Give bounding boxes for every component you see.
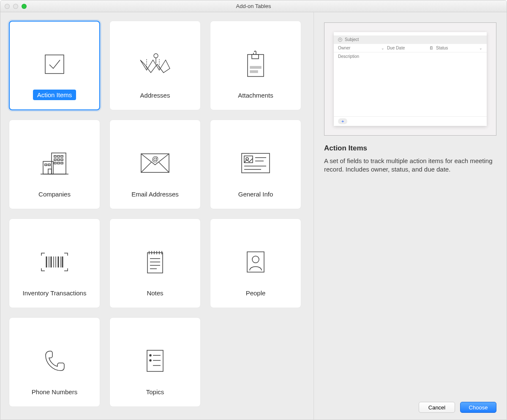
notepad-icon (110, 236, 200, 288)
checkmark-box-icon (10, 38, 99, 90)
dialog-window: Add-on Tables Action Items (0, 0, 507, 420)
map-pin-icon (110, 38, 200, 90)
chevron-down-icon: ⌄ (381, 46, 384, 50)
window-controls (0, 4, 27, 9)
preview-footer: + (334, 116, 487, 126)
template-card-label: People (242, 288, 270, 298)
preview-fields-row: Owner⌄ Due Date🗓 Status⌄ (334, 44, 487, 52)
preview-status-cell: Status⌄ (436, 46, 482, 50)
svg-rect-38 (147, 253, 163, 273)
svg-point-50 (252, 256, 259, 263)
choose-button[interactable]: Choose (460, 402, 496, 413)
preview-subject-label: Subject (345, 37, 359, 42)
add-row-button: + (338, 118, 347, 124)
chevron-down-icon: ⌄ (479, 46, 482, 50)
preview-description-label: Description (338, 54, 359, 59)
svg-rect-3 (250, 66, 261, 68)
template-grid: Action Items Addresses (9, 21, 313, 407)
template-card-label: Email Addresses (127, 189, 183, 199)
template-card-label: Notes (142, 288, 167, 298)
svg-rect-5 (252, 55, 259, 59)
svg-rect-6 (52, 153, 66, 174)
paperclip-document-icon (210, 38, 301, 90)
detail-pane: ✕ Subject Owner⌄ Due Date🗓 Status⌄ Descr… (314, 12, 507, 420)
template-card-label: Topics (142, 387, 169, 397)
person-photo-icon (210, 236, 301, 288)
template-card-topics[interactable]: Topics (109, 317, 201, 407)
template-card-general-info[interactable]: General Info (210, 120, 301, 209)
svg-rect-12 (54, 159, 56, 161)
svg-rect-15 (54, 162, 56, 164)
preview-card: ✕ Subject Owner⌄ Due Date🗓 Status⌄ Descr… (334, 32, 487, 126)
preview-owner-label: Owner (338, 46, 350, 50)
info-card-icon (210, 137, 301, 189)
phone-handset-icon (9, 335, 100, 387)
clear-icon: ✕ (338, 38, 342, 42)
svg-rect-16 (57, 162, 60, 164)
template-card-action-items[interactable]: Action Items (9, 21, 100, 110)
template-card-phone-numbers[interactable]: Phone Numbers (9, 317, 100, 407)
window-title: Add-on Tables (0, 3, 507, 9)
dialog-body: Action Items Addresses (0, 12, 507, 420)
template-card-label: Inventory Transactions (19, 288, 91, 298)
svg-rect-13 (57, 159, 60, 161)
preview-due-date-label: Due Date (387, 46, 405, 50)
svg-rect-19 (48, 164, 50, 166)
preview-description-row: Description (334, 52, 487, 116)
titlebar: Add-on Tables (0, 0, 507, 12)
svg-rect-23 (242, 153, 270, 173)
preview-owner-cell: Owner⌄ (338, 46, 384, 50)
barcode-icon (9, 236, 100, 288)
template-preview: ✕ Subject Owner⌄ Due Date🗓 Status⌄ Descr… (324, 22, 496, 136)
svg-rect-8 (48, 169, 52, 174)
svg-rect-14 (61, 159, 63, 161)
buildings-icon (9, 137, 100, 189)
template-card-label: Attachments (234, 90, 277, 101)
template-card-people[interactable]: People (210, 218, 301, 308)
svg-point-54 (150, 360, 151, 361)
svg-rect-9 (54, 155, 56, 157)
template-card-email-addresses[interactable]: @ Email Addresses (109, 120, 201, 209)
calendar-icon: 🗓 (429, 46, 433, 50)
detail-heading: Action Items (324, 144, 496, 153)
bullet-list-document-icon (110, 335, 200, 387)
svg-point-52 (150, 355, 151, 356)
svg-rect-10 (57, 155, 60, 157)
template-card-label: General Info (234, 189, 278, 199)
template-card-inventory-transactions[interactable]: Inventory Transactions (9, 218, 100, 308)
svg-rect-4 (250, 71, 258, 73)
svg-rect-17 (61, 162, 63, 164)
template-card-addresses[interactable]: Addresses (109, 21, 201, 110)
zoom-window-button[interactable] (22, 4, 27, 9)
template-card-attachments[interactable]: Attachments (210, 21, 301, 110)
svg-rect-18 (45, 164, 47, 166)
preview-status-label: Status (436, 46, 448, 50)
dialog-footer: Cancel Choose (324, 397, 496, 413)
minimize-window-button[interactable] (13, 4, 18, 9)
cancel-button[interactable]: Cancel (419, 402, 455, 413)
template-card-label: Phone Numbers (27, 387, 82, 397)
svg-rect-11 (61, 155, 63, 157)
template-card-label: Companies (34, 189, 75, 199)
template-card-label: Addresses (136, 90, 174, 101)
template-grid-pane: Action Items Addresses (0, 12, 314, 420)
envelope-at-icon: @ (110, 137, 200, 189)
preview-subject-row: ✕ Subject (334, 35, 487, 44)
svg-text:@: @ (152, 155, 158, 163)
template-card-companies[interactable]: Companies (9, 120, 100, 209)
preview-due-date-cell: Due Date🗓 (387, 46, 433, 50)
svg-point-1 (154, 54, 158, 58)
template-card-label: Action Items (33, 90, 76, 100)
close-window-button[interactable] (5, 4, 10, 9)
detail-description: A set of fields to track multiple action… (324, 157, 496, 174)
template-card-notes[interactable]: Notes (109, 218, 201, 308)
svg-rect-0 (45, 55, 64, 74)
